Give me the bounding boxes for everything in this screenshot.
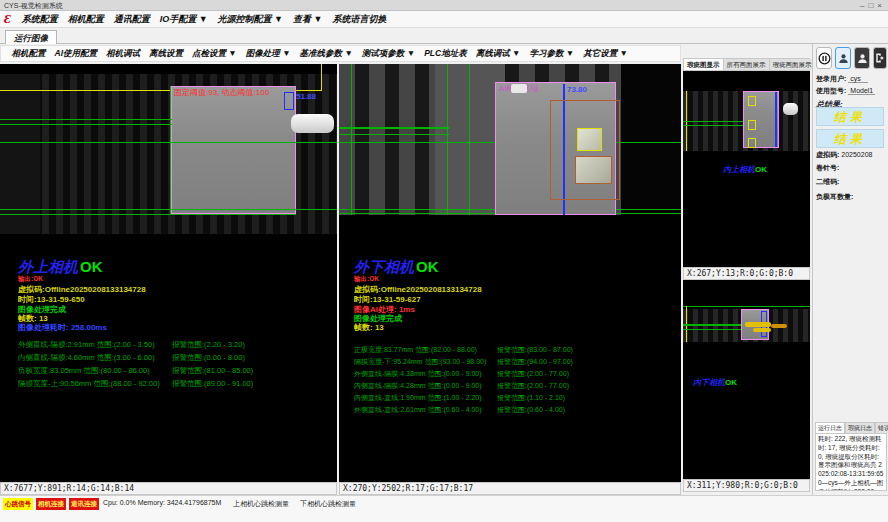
detection-box-yellow: [748, 120, 756, 130]
close-icon[interactable]: ×: [877, 1, 886, 10]
operator-button[interactable]: [854, 47, 870, 69]
measurement-value: 外侧直线-隔膜:4.38mm 范围:(0.00 - 9.00): [354, 369, 482, 379]
left-elapsed-text: 图像处理耗时: 258.00ms: [18, 322, 107, 333]
tab-row: 运行图像: [0, 28, 888, 44]
tab-run-log[interactable]: 运行日志: [815, 422, 845, 433]
log-text-area[interactable]: 耗时: 222, 瑕疵检测耗时: 17, 瑕疵分类耗时: 0, 瑕疵提取分区耗时…: [815, 433, 887, 491]
login-user-button[interactable]: [835, 47, 851, 69]
menu-io-config[interactable]: IO手配置 ▼: [155, 13, 213, 26]
side-panel: 登录用户: cys 使用型号: Model1 总结果: 结果 结果 虚拟码: 2…: [812, 44, 888, 495]
camera-connect-badge: 相机连接: [36, 498, 66, 510]
tool-offline-debug[interactable]: 离线调试 ▼: [471, 48, 525, 60]
login-user-label: 登录用户:: [816, 75, 846, 82]
user-icon: [837, 52, 850, 65]
bright-spot: [511, 84, 527, 93]
tool-ai-config[interactable]: AI使用配置: [50, 48, 102, 60]
small1-camera-name: 内上相机: [723, 165, 755, 174]
small-camera-view-2[interactable]: 内下相机OK: [683, 280, 810, 479]
comm-connect-badge: 通讯连接: [69, 498, 99, 510]
defect-highlight: [771, 324, 787, 328]
toolbar: 相机配置 AI使用配置 相机调试 离线设置 点检设置 ▼ 图像处理 ▼ 基准线参…: [0, 45, 681, 62]
left-roi-box: [171, 86, 296, 214]
result-box-1: 结果: [816, 107, 884, 126]
small1-pixel-status: X:267;Y:13;R:0;G:0;B:0: [683, 267, 810, 280]
lower-heartbeat-text: 下相机心跳检测量: [300, 499, 356, 509]
measurement-value: 正极宽度:83.77mm 范围:(82.00 - 88.00): [354, 345, 477, 355]
middle-camera-view[interactable]: AI检测区域 73.80 外下相机OK 输出:OK 虚拟码:Offline202…: [339, 64, 681, 482]
result-box-2: 结果: [816, 129, 884, 148]
measurement-value: 负极宽度:83.05mm 范围:(80.00 - 86.00): [18, 366, 150, 376]
tool-camera-config[interactable]: 相机配置: [7, 48, 50, 60]
tool-baseline-params[interactable]: 基准线参数 ▼: [295, 48, 357, 60]
small-camera-view-1[interactable]: 内上相机OK: [683, 71, 810, 267]
tab-all-views[interactable]: 所有画面展示: [724, 59, 770, 70]
small2-camera-ok: OK: [725, 378, 737, 387]
qrcode-field: 二维码:: [816, 177, 839, 187]
menu-view[interactable]: 查看 ▼: [288, 13, 327, 26]
left-camera-view[interactable]: 固定阈值:93, 动态阈值:100 51.88 外上相机OK 输出:OK 虚拟码…: [0, 64, 337, 482]
measurement-value: 内侧直线-隔膜:4.60mm 范围:(3.00 - 6.00): [18, 353, 155, 363]
green-measure-line: [683, 306, 810, 307]
pause-icon: [818, 52, 831, 65]
tool-other-setting[interactable]: 其它设置 ▼: [579, 48, 633, 60]
blue-measure-value: 51.88: [296, 92, 316, 101]
tool-camera-debug[interactable]: 相机调试: [102, 48, 145, 60]
model-label: 使用型号:: [816, 87, 846, 94]
middle-camera-ok: OK: [416, 258, 439, 275]
cpu-memory-text: Cpu: 0.0% Memory: 3424.41796875M: [103, 499, 221, 506]
tab-run-image[interactable]: 运行图像: [5, 30, 57, 44]
measurement-value: 内侧直线-隔膜:4.28mm 范围:(0.00 - 9.00): [354, 381, 482, 391]
measurement-alarm: 报警范围:(81.00 - 85.00): [172, 366, 253, 376]
tab-defect-log[interactable]: 瑕疵日志: [845, 422, 875, 433]
model-value: Model1: [848, 87, 875, 95]
small2-camera-name: 内下相机: [693, 378, 725, 387]
green-measure-line: [683, 324, 743, 326]
app-window: CYS-视觉检测系统 –□× Ɛ 系统配置 相机配置 通讯配置 IO手配置 ▼ …: [0, 0, 888, 522]
exit-button[interactable]: [873, 47, 887, 69]
menu-bar: Ɛ 系统配置 相机配置 通讯配置 IO手配置 ▼ 光源控制配置 ▼ 查看 ▼ 系…: [0, 11, 888, 28]
pause-button[interactable]: [816, 47, 832, 69]
defect-highlight: [745, 322, 771, 327]
defect-highlight: [753, 328, 771, 332]
middle-pixel-status: X:270;Y:2502;R:17;G:17;B:17: [339, 482, 681, 495]
measurement-alarm: 报警范围:(0.00 - 8.00): [172, 353, 245, 363]
middle-camera-name: 外下相机: [354, 258, 414, 275]
needle-field: 卷针号:: [816, 163, 839, 173]
detection-box-yellow: [577, 128, 602, 151]
operator-icon: [856, 52, 869, 65]
window-controls: –□×: [860, 0, 886, 11]
app-logo-icon: Ɛ: [4, 11, 11, 27]
menu-light-config[interactable]: 光源控制配置 ▼: [213, 13, 288, 26]
detection-box-yellow: [748, 96, 756, 106]
tab-error-log[interactable]: 错误日志: [875, 422, 888, 433]
tool-learn-params[interactable]: 学习参数 ▼: [525, 48, 579, 60]
tool-image-process[interactable]: 图像处理 ▼: [241, 48, 295, 60]
log-tabs: 运行日志 瑕疵日志 错误日志: [815, 422, 887, 433]
menu-comm-config[interactable]: 通讯配置: [109, 13, 155, 26]
green-measure-line: [683, 125, 745, 126]
barcode-field: 虚拟码: 20250208: [816, 150, 872, 160]
measurement-value: 隔膜宽度-下:95.24mm 范围:(93.00 - 98.00): [354, 357, 486, 367]
menu-language-switch[interactable]: 系统语言切换: [327, 13, 391, 26]
measurement-alarm: 报警范围:(0.60 - 4.00): [497, 405, 565, 415]
measurement-alarm: 报警范围:(83.00 - 87.00): [497, 345, 573, 355]
tool-plc-table[interactable]: PLC地址表: [420, 48, 472, 60]
barcode-label: 虚拟码:: [816, 151, 839, 158]
maximize-icon[interactable]: □: [868, 1, 877, 10]
left-camera-name: 外上相机: [18, 258, 78, 275]
tool-spotcheck-setting[interactable]: 点检设置 ▼: [188, 48, 242, 60]
left-camera-ok: OK: [80, 258, 103, 275]
login-user-field: 登录用户: cys: [816, 74, 868, 84]
measurement-alarm: 报警范围:(1.10 - 2.10): [497, 393, 565, 403]
anode-tab-count-field: 负极耳数量:: [816, 192, 853, 202]
menu-camera-config[interactable]: 相机配置: [63, 13, 109, 26]
heartbeat-badge: 心跳信号: [3, 498, 33, 510]
tool-offline-setting[interactable]: 离线设置: [145, 48, 188, 60]
tab-defect-views[interactable]: 瑕疵画面展示: [770, 59, 816, 70]
blue-measure-line: [775, 92, 777, 147]
tool-test-params[interactable]: 测试项参数 ▼: [357, 48, 419, 60]
tab-defect-image[interactable]: 瑕疵图显示: [684, 59, 724, 70]
green-measure-line: [339, 127, 449, 129]
left-pixel-status: X:7677;Y:891;R:14;G:14;B:14: [0, 482, 337, 495]
menu-system-config[interactable]: 系统配置: [17, 13, 63, 26]
